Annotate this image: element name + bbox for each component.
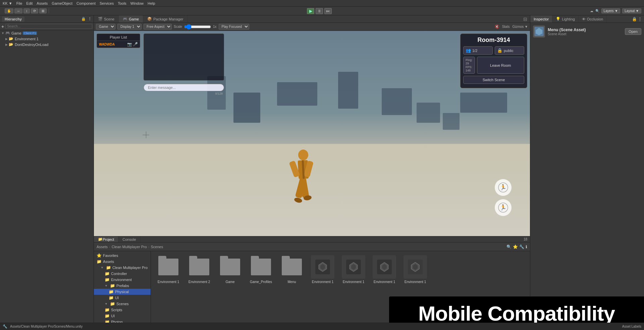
run-btn-1[interactable]: 🏃 (495, 179, 512, 196)
asset-menu[interactable]: Menu (278, 255, 305, 284)
hierarchy-add-btn[interactable]: + (1, 24, 4, 29)
menu-tools[interactable]: Tools (118, 1, 126, 5)
hand-tool-btn[interactable]: ✋ (5, 8, 13, 13)
player-entry-1: WADWDA 📷 🎤 (97, 41, 140, 48)
menu-file[interactable]: File (16, 1, 22, 5)
hierarchy-item-dontdestroy[interactable]: ▶ 📂 DontDestroyOnLoad (0, 42, 94, 47)
project-icon-c[interactable]: 🔧 (519, 244, 524, 249)
tab-console[interactable]: Console (118, 236, 140, 242)
breadcrumb-assets[interactable]: Assets (97, 245, 108, 249)
scripts-folder[interactable]: 📁 Scripts (94, 307, 151, 313)
hierarchy-item-game[interactable]: ▼ 🎮 Game Client P1 (0, 30, 94, 36)
tab-game[interactable]: 🎮 Game (119, 15, 143, 22)
asset-game-profiles[interactable]: Game_Profiles (248, 255, 274, 284)
inspector-lock-icon[interactable]: 🔒 (632, 17, 637, 21)
scale-slider[interactable] (184, 24, 211, 30)
hierarchy-search-input[interactable] (5, 24, 92, 29)
scene-env4-icon (404, 255, 427, 279)
tab-bar-right: ⊟ (521, 16, 530, 22)
physical-folder[interactable]: 📁 Physical (94, 289, 151, 295)
aspect-select[interactable]: Free Aspect (144, 24, 172, 30)
game-display-select[interactable]: Game (96, 24, 115, 30)
breadcrumb-scenes[interactable]: Scenes (151, 245, 163, 249)
mobile-compat-text: Mobile Compatibility (418, 301, 615, 325)
environment2-icon (187, 255, 211, 279)
asset-scene-env2[interactable]: Environment 1 (340, 255, 367, 284)
rect-tool-btn[interactable]: ⊞ (39, 8, 47, 13)
tab-project[interactable]: 📁 Project (94, 236, 118, 242)
chat-input[interactable] (144, 84, 224, 91)
tab-scene[interactable]: 🎬 Scene (94, 15, 119, 22)
open-asset-btn[interactable]: Open (625, 28, 641, 35)
play-button[interactable]: ▶ (307, 8, 314, 14)
env-folder[interactable]: 📁 Environment (94, 277, 151, 283)
project-icon-a[interactable]: 🔍 (506, 244, 512, 249)
asset-scene-env3[interactable]: Environment 1 (371, 255, 398, 284)
layers-dropdown[interactable]: Layers ▼ (601, 8, 621, 13)
asset-environment1[interactable]: Environment 1 (155, 255, 182, 284)
asset-environment2[interactable]: Environment 2 (186, 255, 213, 284)
scale-tool-btn[interactable]: ⟳ (31, 8, 38, 13)
breadcrumb: Assets › Clean Multiplayer Pro › Scenes (97, 245, 163, 249)
step-button[interactable]: ⏭ (324, 8, 332, 14)
pause-button[interactable]: ⏸ (316, 8, 323, 14)
menu-edit[interactable]: Edit (26, 1, 33, 5)
breadcrumb-cmp[interactable]: Clean Multiplayer Pro (112, 245, 147, 249)
play-controls: ▶ ⏸ ⏭ (51, 8, 588, 14)
rotate-tool-btn[interactable]: ↕ (23, 8, 30, 13)
menu-assets[interactable]: Assets (37, 1, 48, 5)
ui-folder[interactable]: 📁 UI (94, 295, 151, 301)
ui-label: UI (115, 296, 119, 300)
hierarchy-menu-icon[interactable]: ⋮ (88, 17, 92, 21)
menu-help[interactable]: Help (148, 1, 155, 5)
inspector-menu-icon[interactable]: ⋮ (638, 17, 642, 21)
hierarchy-lock-icon[interactable]: 🔒 (81, 17, 86, 21)
game-viewport[interactable]: Player List WADWDA 📷 🎤 0/128 Room-3914 (94, 31, 530, 236)
gizmos-btn[interactable]: Gizmos ▼ (512, 25, 528, 29)
mute-icon[interactable]: 🔇 (495, 24, 499, 29)
tab-package-manager[interactable]: 📦 Package Manager (143, 15, 187, 22)
project-icon-d[interactable]: ℹ (526, 244, 527, 249)
tab-lighting[interactable]: 💡 Lighting (552, 15, 579, 22)
stats-btn[interactable]: Stats (502, 25, 510, 29)
controller-label: Controller (111, 272, 127, 276)
room-info-row-1: 👥 1/2 🔒 public (463, 46, 524, 55)
menu-gameobject[interactable]: GameObject (52, 1, 72, 5)
controller-folder[interactable]: 📁 Controller (94, 271, 151, 277)
asset-game[interactable]: Game (217, 255, 244, 284)
assets-folder[interactable]: 📁 Assets (94, 259, 151, 265)
project-icon-b[interactable]: ⭐ (513, 244, 518, 249)
search-icon[interactable]: 🔍 (595, 9, 599, 13)
menu-component[interactable]: Component (76, 1, 96, 5)
display-num-select[interactable]: Display 1 (117, 24, 142, 30)
minimize-icon[interactable]: ⊟ (523, 16, 527, 22)
menu-services[interactable]: Services (100, 1, 114, 5)
prefabs-folder-icon: 📁 (110, 283, 115, 288)
players-count-btn[interactable]: 👥 1/2 (463, 46, 493, 55)
menu-window[interactable]: Window (130, 1, 144, 5)
move-tool-btn[interactable]: ↔ (14, 8, 22, 13)
cmp-folder[interactable]: ▼ 📁 Clean Multiplayer Pro (94, 265, 151, 271)
ui2-folder-icon: 📁 (105, 314, 110, 318)
menu-kk[interactable]: KK ▼ (3, 1, 12, 5)
physical-folder-icon: 📁 (109, 289, 114, 294)
tab-occlusion[interactable]: 👁 Occlusion (579, 15, 607, 22)
ui2-folder[interactable]: 📁 UI (94, 313, 151, 319)
switch-scene-btn[interactable]: Switch Scene (463, 76, 524, 84)
project-sidebar: ⭐ Favorites 📁 Assets ▼ 📁 Clean Multiplay… (94, 251, 151, 330)
asset-scene-env4[interactable]: Environment 1 (402, 255, 429, 284)
hierarchy-item-environment1[interactable]: ▶ 📂 Environment 1 (0, 36, 94, 42)
asset-scene-env1[interactable]: Environment 1 (309, 255, 336, 284)
leave-room-btn[interactable]: Leave Room (477, 57, 524, 74)
project-toolbar-right: 18 (521, 237, 530, 241)
visibility-btn[interactable]: 🔒 public (495, 46, 524, 55)
play-focused-select[interactable]: Play Focused (219, 24, 249, 30)
favorites-folder[interactable]: ⭐ Favorites (94, 253, 151, 259)
ping-fps-btn: Ping: 29 FPS: 148 (463, 57, 475, 74)
run-btn-2[interactable]: 🏃 (495, 199, 512, 216)
prefabs-folder[interactable]: ▼ 📁 Prefabs (94, 283, 151, 289)
tab-inspector[interactable]: Inspector (530, 15, 552, 22)
room-title: Room-3914 (463, 37, 524, 44)
scenes-folder-cmp[interactable]: ▼ 📁 Scenes (94, 301, 151, 307)
layout-dropdown[interactable]: Layout ▼ (622, 8, 641, 13)
